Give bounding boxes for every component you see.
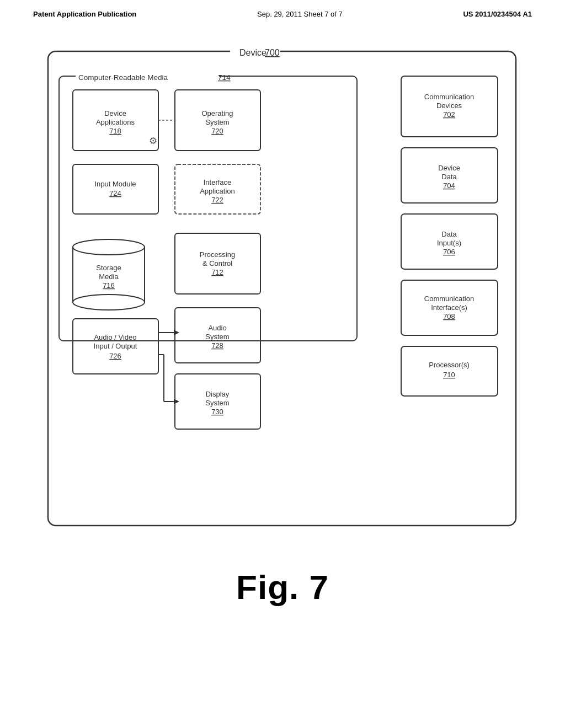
svg-text:700: 700 bbox=[265, 48, 280, 57]
svg-text:& Control: & Control bbox=[202, 259, 232, 267]
svg-text:Devices: Devices bbox=[436, 101, 462, 110]
svg-text:⚙: ⚙ bbox=[149, 136, 157, 146]
svg-text:Interface(s): Interface(s) bbox=[431, 303, 467, 312]
header-publication: Patent Application Publication bbox=[33, 10, 136, 18]
svg-point-26 bbox=[73, 239, 145, 255]
svg-text:718: 718 bbox=[109, 127, 121, 135]
header-patent-number: US 2011/0234504 A1 bbox=[463, 10, 532, 18]
svg-text:Media: Media bbox=[99, 272, 119, 281]
svg-text:Audio: Audio bbox=[208, 324, 226, 332]
svg-text:Audio / Video: Audio / Video bbox=[94, 333, 136, 341]
svg-text:Device: Device bbox=[239, 48, 266, 57]
svg-point-27 bbox=[73, 295, 145, 310]
diagram-svg: Device 700 Computer-Readable Media 714 D… bbox=[42, 46, 523, 542]
svg-text:Processor(s): Processor(s) bbox=[429, 361, 470, 369]
fig-label: Fig. 7 bbox=[0, 568, 565, 607]
svg-text:Storage: Storage bbox=[96, 264, 121, 272]
svg-text:System: System bbox=[205, 399, 229, 407]
svg-text:Device: Device bbox=[438, 164, 460, 172]
svg-text:710: 710 bbox=[443, 371, 455, 379]
diagram-area: Device 700 Computer-Readable Media 714 D… bbox=[42, 46, 523, 542]
svg-text:724: 724 bbox=[109, 189, 121, 197]
svg-text:716: 716 bbox=[103, 281, 115, 290]
svg-text:730: 730 bbox=[211, 408, 223, 416]
svg-text:Display: Display bbox=[206, 390, 230, 398]
header: Patent Application Publication Sep. 29, … bbox=[0, 0, 565, 18]
svg-text:Input / Output: Input / Output bbox=[94, 342, 137, 350]
svg-text:Operating: Operating bbox=[201, 109, 233, 117]
svg-text:Device: Device bbox=[104, 109, 126, 117]
svg-text:Processing: Processing bbox=[200, 250, 235, 259]
svg-marker-52 bbox=[174, 399, 179, 404]
svg-text:Computer-Readable Media: Computer-Readable Media bbox=[78, 73, 168, 82]
svg-text:Input Module: Input Module bbox=[94, 180, 136, 188]
svg-text:714: 714 bbox=[218, 73, 231, 82]
svg-text:704: 704 bbox=[443, 181, 455, 190]
page: Patent Application Publication Sep. 29, … bbox=[0, 0, 565, 728]
svg-text:Input(s): Input(s) bbox=[437, 239, 461, 247]
svg-text:720: 720 bbox=[211, 127, 223, 135]
svg-text:706: 706 bbox=[443, 248, 455, 256]
svg-text:Applications: Applications bbox=[96, 118, 135, 126]
svg-text:Data: Data bbox=[441, 230, 457, 238]
svg-text:System: System bbox=[205, 118, 229, 126]
svg-text:System: System bbox=[205, 333, 229, 341]
svg-text:728: 728 bbox=[211, 341, 223, 350]
svg-text:702: 702 bbox=[443, 110, 455, 119]
svg-text:Interface: Interface bbox=[204, 178, 232, 186]
svg-marker-48 bbox=[174, 330, 179, 335]
svg-text:712: 712 bbox=[211, 268, 223, 276]
svg-text:708: 708 bbox=[443, 312, 455, 320]
header-date-sheet: Sep. 29, 2011 Sheet 7 of 7 bbox=[257, 10, 343, 18]
svg-text:Application: Application bbox=[200, 187, 235, 195]
svg-text:Communication: Communication bbox=[424, 295, 474, 303]
svg-text:722: 722 bbox=[211, 196, 223, 204]
svg-text:Data: Data bbox=[441, 173, 457, 181]
svg-text:Communication: Communication bbox=[424, 93, 474, 101]
svg-text:726: 726 bbox=[109, 352, 121, 360]
